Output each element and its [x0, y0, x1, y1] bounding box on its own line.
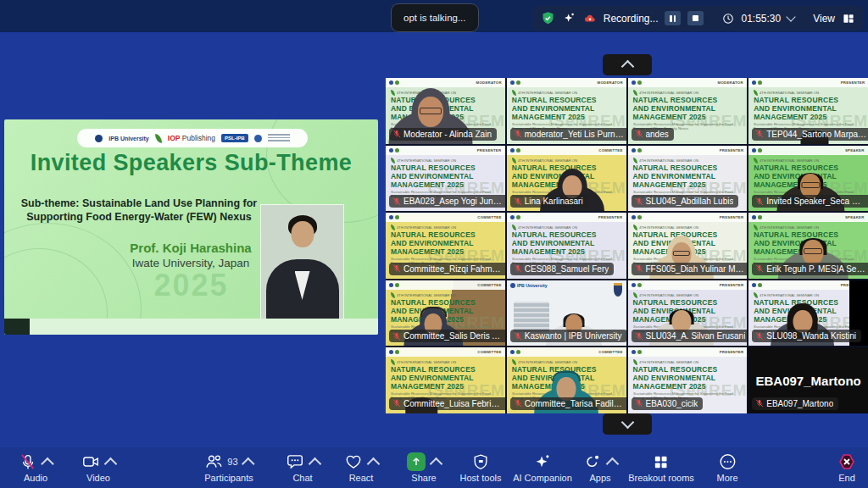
- more-ellipsis-icon: [718, 452, 737, 471]
- participant-tile-12[interactable]: SPEAKER ISeNREM 4TH INTERNATIONAL SEMINA…: [748, 213, 868, 279]
- participant-tile-19[interactable]: PRESENTER ISeNREM 4TH INTERNATIONAL SEMI…: [628, 347, 748, 413]
- leaf-icon: [633, 359, 637, 365]
- seminar-line: 4TH INTERNATIONAL SEMINAR ON: [633, 90, 748, 96]
- vbg-title-line: AND ENVIRONMENTAL: [633, 172, 748, 180]
- host-tools-button[interactable]: Host tools: [460, 452, 502, 483]
- participant-tile-7[interactable]: PRESENTER ISeNREM 4TH INTERNATIONAL SEMI…: [628, 146, 748, 212]
- vbg-title-line: MANAGEMENT 2025: [754, 247, 868, 256]
- share-options-chevron[interactable]: [430, 457, 443, 470]
- seminar-mini-logos: [389, 148, 399, 152]
- participant-name-label: Erik Teguh P. MES|A Seni...: [752, 263, 868, 275]
- video-options-chevron[interactable]: [104, 457, 118, 470]
- seminar-line-text: 4TH INTERNATIONAL SEMINAR ON: [397, 293, 456, 297]
- clock-icon: [722, 13, 734, 25]
- gallery-scroll-up-button[interactable]: [603, 54, 652, 75]
- participants-button[interactable]: 93 Participants: [204, 452, 253, 483]
- vbg-title-line: NATURAL RESOURCES: [391, 230, 505, 239]
- audio-button[interactable]: Audio: [19, 452, 53, 483]
- audio-options-chevron[interactable]: [41, 457, 54, 470]
- ai-companion-button[interactable]: AI Companion: [513, 452, 572, 483]
- participant-name-label: Committee_Tarisa Fadilah1: [510, 397, 626, 410]
- mini-logo-icon: [395, 148, 399, 152]
- seminar-line: 4TH INTERNATIONAL SEMINAR ON: [512, 225, 626, 230]
- stop-recording-button[interactable]: [687, 11, 704, 25]
- participant-name-label: EBA028_Asep Yogi Junaedi: [389, 195, 505, 208]
- seminar-line: 4TH INTERNATIONAL SEMINAR ON: [391, 359, 505, 365]
- participant-name-text: TEP044_Sartono Marpau...: [766, 130, 866, 139]
- participant-tile-11[interactable]: PRESENTER ISeNREM 4TH INTERNATIONAL SEMI…: [628, 213, 748, 279]
- react-label: React: [349, 473, 374, 483]
- pause-bar: [670, 15, 672, 22]
- participant-tile-1[interactable]: MODERATOR ISeNREM 4TH INTERNATIONAL SEMI…: [386, 78, 505, 144]
- share-button[interactable]: Share: [407, 452, 441, 483]
- react-options-chevron[interactable]: [367, 457, 381, 470]
- mini-logo-icon: [752, 283, 756, 287]
- vbg-title-line: AND ENVIRONMENTAL: [754, 239, 868, 247]
- ipb-logo-text: IPB University: [108, 136, 148, 141]
- speaker-photo: [261, 205, 343, 322]
- participant-role-badge: COMMITTEE: [477, 351, 501, 354]
- participant-tile-6[interactable]: COMMITTEE ISeNREM 4TH INTERNATIONAL SEMI…: [507, 146, 626, 212]
- seminar-line-text: 4TH INTERNATIONAL SEMINAR ON: [518, 361, 577, 364]
- breakout-rooms-button[interactable]: Breakout rooms: [628, 452, 694, 483]
- mic-muted-icon: [635, 399, 643, 408]
- participant-name-label: Committee_Luisa Febrina ...: [389, 397, 505, 410]
- seminar-mini-logos: [389, 350, 399, 354]
- participant-tile-17[interactable]: COMMITTEE ISeNREM 4TH INTERNATIONAL SEMI…: [386, 347, 505, 413]
- encryption-shield-icon[interactable]: [541, 11, 555, 25]
- participant-role-badge: SPEAKER: [845, 216, 865, 219]
- leaf-icon: [754, 225, 758, 230]
- chat-options-chevron[interactable]: [309, 457, 322, 470]
- participant-tile-5[interactable]: PRESENTER ISeNREM 4TH INTERNATIONAL SEMI…: [386, 146, 505, 212]
- apps-button[interactable]: Apps: [583, 452, 617, 483]
- vbg-title-line: NATURAL RESOURCES: [512, 96, 626, 104]
- tile-header-strip: PRESENTER: [628, 146, 748, 155]
- participant-tile-13[interactable]: COMMITTEE ISeNREM 4TH INTERNATIONAL SEMI…: [386, 280, 505, 347]
- screen-share-view[interactable]: 2025 IPB University IOP Publishing PSL-I…: [4, 119, 378, 335]
- seminar-line-text: 4TH INTERNATIONAL SEMINAR ON: [397, 361, 456, 364]
- pause-recording-button[interactable]: [665, 11, 681, 25]
- participant-tile-4[interactable]: PRESENTER ISeNREM 4TH INTERNATIONAL SEMI…: [748, 78, 868, 144]
- more-button[interactable]: More: [716, 452, 737, 483]
- mini-logo-icon: [510, 148, 515, 152]
- participant-tile-2[interactable]: MODERATOR ISeNREM 4TH INTERNATIONAL SEMI…: [507, 78, 626, 144]
- participant-name-label: CES088_Samuel Fery: [510, 263, 615, 275]
- vbg-title-line: AND ENVIRONMENTAL: [754, 104, 868, 113]
- react-button[interactable]: React: [344, 452, 378, 483]
- seminar-mini-logos: [389, 215, 399, 219]
- breakout-rooms-icon: [653, 453, 670, 471]
- participant-tile-3[interactable]: MODERATOR ISeNREM 4TH INTERNATIONAL SEMI…: [628, 78, 748, 144]
- participant-tile-16[interactable]: PRESENTER ISeNREM 4TH INTERNATIONAL SEMI…: [748, 280, 868, 347]
- view-button[interactable]: View: [813, 13, 835, 25]
- participant-tile-8[interactable]: SPEAKER ISeNREM 4TH INTERNATIONAL SEMINA…: [748, 146, 868, 212]
- vbg-title-line: MANAGEMENT 2025: [512, 247, 626, 256]
- video-button[interactable]: Video: [81, 452, 115, 483]
- tile-header-strip: MODERATOR: [628, 78, 748, 87]
- participant-tile-15[interactable]: PRESENTER ISeNREM 4TH INTERNATIONAL SEMI…: [628, 280, 748, 347]
- vbg-title-line: AND ENVIRONMENTAL: [391, 172, 505, 180]
- participant-name-text: andes: [646, 130, 669, 139]
- apps-options-chevron[interactable]: [606, 457, 620, 470]
- slide-logo-bar: IPB University IOP Publishing PSL-IPB: [77, 129, 308, 147]
- participant-tile-18[interactable]: COMMITTEE ISeNREM 4TH INTERNATIONAL SEMI…: [507, 347, 626, 413]
- leaf-icon: [633, 158, 637, 164]
- participant-tile-10[interactable]: PRESENTER ISeNREM 4TH INTERNATIONAL SEMI…: [507, 213, 626, 279]
- chat-button[interactable]: Chat: [286, 452, 320, 483]
- participant-tile-14[interactable]: Kaswanto | IPB University IPB University: [507, 280, 626, 347]
- gallery-scroll-down-button[interactable]: [603, 413, 652, 435]
- end-button[interactable]: End: [837, 452, 856, 483]
- view-grid-icon[interactable]: [842, 12, 855, 25]
- timer-chevron-icon[interactable]: [787, 12, 796, 21]
- participant-role-badge: PRESENTER: [719, 216, 743, 219]
- vbg-title-line: MANAGEMENT 2025: [754, 180, 868, 189]
- mini-logo-icon: [752, 148, 756, 152]
- participants-options-chevron[interactable]: [242, 457, 255, 470]
- participant-tile-9[interactable]: COMMITTEE ISeNREM 4TH INTERNATIONAL SEMI…: [386, 213, 505, 279]
- leaf-icon: [512, 158, 516, 164]
- vbg-title-line: NATURAL RESOURCES: [633, 298, 748, 307]
- vbg-title-line: MANAGEMENT 2025: [391, 315, 505, 324]
- participant-tile-20[interactable]: EBA097_Martono EBA097_Martono: [748, 347, 868, 413]
- mini-logo-icon: [389, 215, 393, 219]
- ai-companion-active-icon[interactable]: [562, 11, 576, 25]
- participant-name-text: Moderator - Alinda Zain: [403, 130, 492, 139]
